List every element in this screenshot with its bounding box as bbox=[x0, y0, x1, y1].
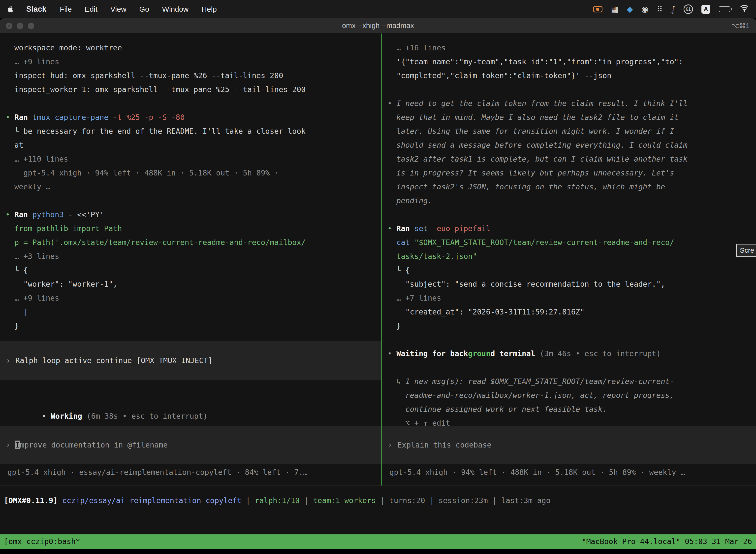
menu-view[interactable]: View bbox=[110, 5, 126, 13]
terminal-line bbox=[387, 333, 756, 347]
terminal-line: inspect_hud: omx sparkshell --tmux-pane … bbox=[5, 69, 381, 82]
terminal-text: cat bbox=[396, 238, 414, 247]
terminal-line: "created_at": "2026-03-31T11:59:27.816Z" bbox=[387, 305, 756, 319]
active-app-name[interactable]: Slack bbox=[26, 5, 46, 14]
terminal-text: • bbox=[5, 113, 14, 122]
terminal-text: team:1 workers bbox=[313, 496, 376, 505]
terminal-text: ] bbox=[5, 308, 28, 316]
terminal-text: └ be necessary for the end of the README… bbox=[5, 127, 306, 135]
terminal-line: ↳ 1 new msg(s): read $OMX_TEAM_STATE_ROO… bbox=[387, 375, 756, 388]
terminal-line bbox=[387, 208, 756, 222]
terminal-line: at bbox=[5, 138, 381, 152]
terminal-text: "completed","claim_token":"claim-token"}… bbox=[387, 71, 611, 80]
wifi-icon[interactable] bbox=[740, 5, 749, 14]
window-grid-icon[interactable]: ▦ bbox=[611, 5, 618, 13]
left-prompt-input[interactable]: › Improve documentation in @filename bbox=[0, 426, 381, 464]
terminal-line bbox=[5, 194, 381, 208]
terminal-text: inspect_hud: omx sparkshell --tmux-pane … bbox=[5, 71, 283, 80]
terminal-text: set bbox=[414, 224, 432, 233]
terminal-text: task2 after task1 is complete, but can I… bbox=[387, 155, 688, 163]
tmux-host-clock: "MacBook-Pro-44.local" 05:03 31-Mar-26 bbox=[582, 535, 752, 549]
terminal-text: | bbox=[241, 496, 255, 505]
right-prompt-input[interactable]: › Explain this codebase bbox=[382, 426, 756, 464]
menu-go[interactable]: Go bbox=[139, 5, 149, 13]
diamond-icon[interactable]: ◆ bbox=[627, 5, 633, 13]
menu-file[interactable]: File bbox=[60, 5, 72, 13]
terminal-line: workspace_mode: worktree bbox=[5, 41, 381, 55]
window-shortcut-hint: ⌥⌘1 bbox=[732, 22, 750, 30]
terminal-line: └ { bbox=[5, 263, 381, 277]
terminal-text: … +3 lines bbox=[5, 252, 59, 261]
terminal-text: turns:20 bbox=[389, 496, 425, 505]
terminal-text: … +9 lines bbox=[5, 294, 59, 302]
bullet-icon: • bbox=[42, 412, 51, 421]
tmux-pane-right[interactable]: … +16 lines '{"team_name":"my-team","tas… bbox=[382, 34, 756, 486]
hook-icon[interactable]: ∫ bbox=[671, 5, 675, 13]
terminal-text: p = Path('.omx/state/team/review-current… bbox=[5, 238, 306, 247]
menu-help[interactable]: Help bbox=[201, 5, 217, 13]
terminal-text: "$OMX_TEAM_STATE_ROOT/team/review-curren… bbox=[414, 238, 674, 247]
terminal-text: … +16 lines bbox=[387, 44, 446, 52]
terminal-text: pending. bbox=[387, 196, 432, 205]
terminal-text: python3 bbox=[32, 210, 68, 219]
terminal-text: weekly … bbox=[5, 182, 50, 191]
terminal-line: … +110 lines bbox=[5, 152, 381, 166]
terminal-text bbox=[387, 238, 396, 247]
right-prompt-placeholder: Explain this codebase bbox=[397, 441, 491, 449]
dots-grid-icon[interactable]: ⠿ bbox=[657, 5, 663, 13]
terminal-text: at bbox=[5, 141, 23, 150]
chevron-icon: › bbox=[6, 441, 10, 449]
left-scrollback: workspace_mode: worktree … +9 lines insp… bbox=[5, 41, 381, 333]
apple-menu-icon[interactable] bbox=[7, 5, 14, 13]
terminal-line: } bbox=[387, 319, 756, 333]
working-meta: (6m 38s • esc to interrupt) bbox=[82, 412, 208, 421]
disc-icon[interactable]: ◉ bbox=[641, 5, 648, 13]
left-prompt-banner[interactable]: › Ralph loop active continue [OMX_TMUX_I… bbox=[0, 341, 381, 380]
window-titlebar[interactable]: × − omx --xhigh --madmax ⌥⌘1 bbox=[0, 18, 756, 33]
left-prompt-placeholder: mprove documentation in @filename bbox=[20, 441, 168, 449]
input-source-icon[interactable]: A bbox=[701, 5, 710, 14]
badge-61-icon[interactable]: 61 bbox=[684, 4, 693, 14]
terminal-text: tasks/task-2.json" bbox=[387, 252, 477, 261]
terminal-line: readme-and-reco/mailbox/worker-1.json, a… bbox=[387, 388, 756, 402]
terminal-line: inspect task2's JSON, focusing on the st… bbox=[387, 180, 756, 194]
tmux-pane-left[interactable]: workspace_mode: worktree … +9 lines insp… bbox=[0, 34, 381, 486]
terminal-line: weekly … bbox=[5, 180, 381, 194]
terminal-text: last:3m ago bbox=[501, 496, 551, 505]
terminal-line: inspect_worker-1: omx sparkshell --tmux-… bbox=[5, 82, 381, 97]
right-scrollback: … +16 lines '{"team_name":"my-team","tas… bbox=[387, 41, 756, 430]
terminal-text: d terminal bbox=[490, 349, 540, 358]
terminal-line: from pathlib import Path bbox=[5, 222, 381, 235]
terminal-line: … +16 lines bbox=[387, 41, 756, 55]
terminal-line: is in progress? It seems likely but perh… bbox=[387, 166, 756, 180]
terminal-line: later. Using the same for transition mig… bbox=[387, 124, 756, 138]
terminal-line bbox=[387, 82, 756, 97]
terminal-line: ] bbox=[5, 305, 381, 319]
terminal-line: pending. bbox=[387, 194, 756, 208]
terminal-text: └ { bbox=[5, 266, 28, 275]
left-pane-status-line: gpt-5.4 xhigh · essay/ai-reimplementatio… bbox=[7, 465, 308, 479]
terminal-text: } bbox=[5, 321, 19, 330]
menu-edit[interactable]: Edit bbox=[84, 5, 98, 13]
terminal-text: • bbox=[387, 224, 396, 233]
terminal-text: tmux capture-pane bbox=[32, 113, 113, 122]
terminal-line: tasks/task-2.json" bbox=[387, 250, 756, 263]
terminal-text: inspect_worker-1: omx sparkshell --tmux-… bbox=[5, 85, 306, 94]
terminal-text: "worker": "worker-1", bbox=[5, 280, 118, 288]
terminal-text: • bbox=[387, 349, 396, 358]
terminal-text: from pathlib import Path bbox=[5, 224, 122, 233]
battery-icon[interactable] bbox=[719, 6, 732, 12]
omx-session-footer: [OMX#0.11.9] cczip/essay/ai-reimplementa… bbox=[0, 486, 756, 535]
left-prompt-banner-text: Ralph loop active continue [OMX_TMUX_INJ… bbox=[15, 356, 212, 365]
screen-recording-indicator[interactable] bbox=[593, 6, 603, 12]
menu-window[interactable]: Window bbox=[162, 5, 189, 13]
terminal-text: (3m 46s • esc to interrupt) bbox=[540, 349, 661, 358]
terminal-line: cat "$OMX_TEAM_STATE_ROOT/team/review-cu… bbox=[387, 235, 756, 250]
terminal-text: Ran bbox=[396, 224, 414, 233]
menubar-status-icons: ▦ ◆ ◉ ⠿ ∫ 61 A bbox=[593, 4, 749, 14]
terminal-text: … +9 lines bbox=[5, 57, 59, 66]
terminal-line: } bbox=[5, 319, 381, 333]
terminal-text: | bbox=[376, 496, 389, 505]
terminal-line: should send a message before completing … bbox=[387, 138, 756, 152]
terminal-line: • Ran python3 - <<'PY' bbox=[5, 208, 381, 222]
